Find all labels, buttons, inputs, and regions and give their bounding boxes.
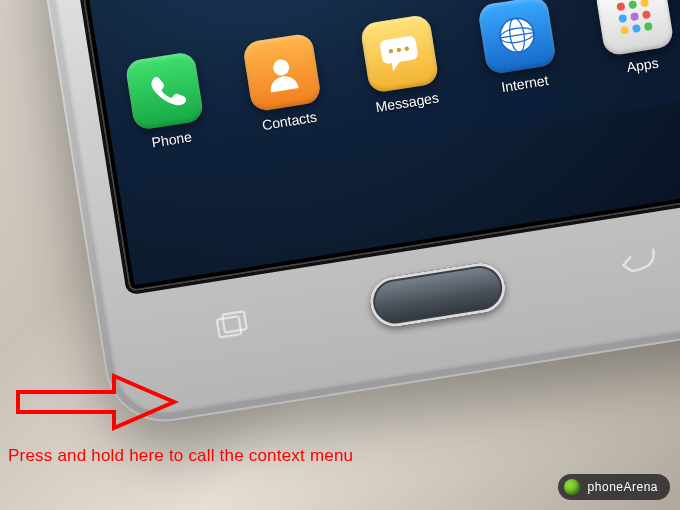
back-button[interactable] <box>617 245 661 281</box>
svg-point-29 <box>628 0 637 9</box>
contacts-icon <box>242 32 322 112</box>
watermark-text: phoneArena <box>588 480 658 494</box>
recent-apps-button[interactable] <box>214 309 253 346</box>
photo-scene: @ Email Camera <box>0 0 680 510</box>
phone-icon <box>124 51 204 131</box>
svg-rect-38 <box>222 311 247 332</box>
annotation-arrow <box>14 356 184 452</box>
app-contacts[interactable]: Contacts <box>233 31 334 136</box>
svg-point-34 <box>620 26 629 35</box>
internet-icon <box>477 0 557 75</box>
svg-point-35 <box>632 24 641 33</box>
svg-point-28 <box>617 2 626 11</box>
home-button[interactable] <box>367 259 509 330</box>
app-phone[interactable]: Phone <box>115 50 216 155</box>
svg-point-32 <box>630 12 639 21</box>
svg-point-33 <box>642 10 651 19</box>
svg-marker-39 <box>18 376 174 428</box>
svg-point-30 <box>640 0 649 7</box>
svg-point-31 <box>618 14 627 23</box>
apps-icon <box>595 0 675 57</box>
app-email[interactable]: @ Email <box>91 0 192 2</box>
svg-point-17 <box>272 58 290 76</box>
app-internet[interactable]: Internet <box>468 0 569 98</box>
messages-icon <box>359 14 439 94</box>
app-messages[interactable]: Messages <box>351 12 452 117</box>
annotation-text: Press and hold here to call the context … <box>8 446 353 466</box>
svg-rect-37 <box>217 316 242 337</box>
svg-point-36 <box>644 22 653 31</box>
app-apps[interactable]: Apps <box>586 0 680 80</box>
watermark-badge: phoneArena <box>558 474 670 500</box>
